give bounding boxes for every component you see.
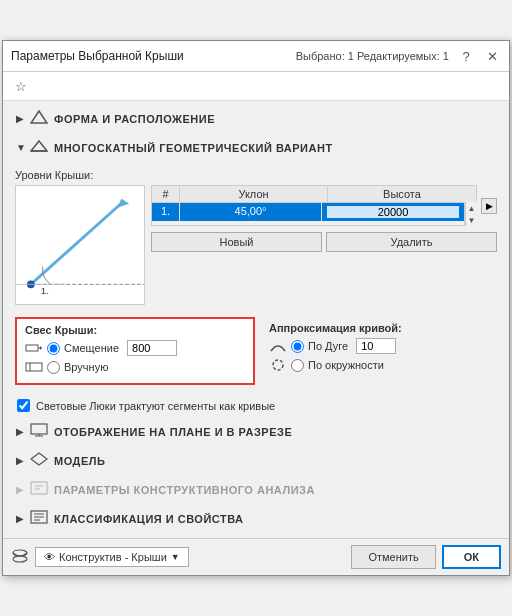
svg-marker-18 — [31, 453, 47, 465]
circle-icon — [269, 358, 287, 372]
circle-row: По окружности — [269, 358, 489, 372]
cell-height — [322, 203, 464, 221]
section-model-label: МОДЕЛЬ — [54, 455, 105, 467]
approximation-box: Аппроксимация кривой: По Дуге По — [261, 317, 497, 385]
table-buttons: Новый Удалить — [151, 232, 497, 252]
circle-label: По окружности — [308, 359, 384, 371]
window-title: Параметры Выбранной Крыши — [11, 49, 184, 63]
offset-radio[interactable] — [47, 342, 60, 355]
svg-rect-15 — [31, 424, 47, 434]
scroll-bar: ▲ ▼ — [465, 202, 477, 226]
section-classification[interactable]: ▶ КЛАССИФИКАЦИЯ И СВОЙСТВА — [9, 505, 503, 532]
offset-value-input[interactable] — [127, 340, 177, 356]
height-input[interactable] — [326, 205, 460, 219]
classification-icon — [30, 510, 48, 527]
offset-label: Смещение — [64, 342, 119, 354]
table-header: # Уклон Высота — [151, 185, 477, 202]
ok-button[interactable]: ОК — [442, 545, 501, 569]
section-display[interactable]: ▶ ОТОБРАЖЕНИЕ НА ПЛАНЕ И В РАЗРЕЗЕ — [9, 418, 503, 445]
section-multislope-label: МНОГОСКАТНЫЙ ГЕОМЕТРИЧЕСКИЙ ВАРИАНТ — [54, 142, 333, 154]
arc-value-input[interactable] — [356, 338, 396, 354]
offset-row: Смещение — [25, 340, 245, 356]
toolbar: ☆ — [3, 72, 509, 101]
title-bar: Параметры Выбранной Крыши Выбрано: 1 Ред… — [3, 41, 509, 72]
display-arrow-icon: ▶ — [16, 426, 26, 437]
roof-levels-inner: 1. # Уклон Высота — [15, 185, 497, 305]
new-button[interactable]: Новый — [151, 232, 322, 252]
circle-radio[interactable] — [291, 359, 304, 372]
section-shape-label: ФОРМА И РАСПОЛОЖЕНИЕ — [54, 113, 215, 125]
table-row[interactable]: 1. — [152, 203, 464, 222]
checkbox-row: Световые Люки трактуют сегменты как крив… — [9, 395, 503, 416]
skylight-checkbox[interactable] — [17, 399, 30, 412]
title-bar-right: Выбрано: 1 Редактируемых: 1 ? ✕ — [296, 47, 501, 65]
section-multislope[interactable]: ▼ МНОГОСКАТНЫЙ ГЕОМЕТРИЧЕСКИЙ ВАРИАНТ — [9, 134, 503, 161]
display-icon — [30, 423, 48, 440]
overhang-title: Свес Крыши: — [25, 324, 245, 336]
svg-marker-6 — [117, 199, 129, 208]
delete-button[interactable]: Удалить — [326, 232, 497, 252]
cell-slope — [180, 203, 322, 221]
roof-levels-area: Уровни Крыши: 1. — [9, 163, 503, 311]
bottom-left: 👁 Конструктив - Крыши ▼ — [11, 547, 189, 567]
analysis-icon — [30, 481, 48, 498]
section-analysis: ▶ ПАРАМЕТРЫ КОНСТРУКТИВНОГО АНАЛИЗА — [9, 476, 503, 503]
skylight-label: Световые Люки трактуют сегменты как крив… — [36, 400, 275, 412]
col-num: # — [152, 186, 180, 202]
scroll-down-btn[interactable]: ▼ — [466, 214, 478, 226]
section-display-label: ОТОБРАЖЕНИЕ НА ПЛАНЕ И В РАЗРЕЗЕ — [54, 426, 292, 438]
title-bar-left: Параметры Выбранной Крыши — [11, 49, 184, 63]
svg-marker-1 — [31, 141, 47, 151]
manual-icon — [25, 360, 43, 374]
cell-num: 1. — [152, 203, 180, 221]
multislope-arrow-icon: ▼ — [16, 142, 26, 153]
layer-button[interactable]: 👁 Конструктив - Крыши ▼ — [35, 547, 189, 567]
classification-arrow-icon: ▶ — [16, 513, 26, 524]
star-icon[interactable]: ☆ — [11, 76, 31, 96]
eye-icon: 👁 — [44, 551, 55, 563]
svg-text:1.: 1. — [41, 285, 49, 296]
bottom-bar: 👁 Конструктив - Крыши ▼ Отменить ОК — [3, 538, 509, 575]
section-shape[interactable]: ▶ ФОРМА И РАСПОЛОЖЕНИЕ — [9, 105, 503, 132]
layer-arrow-icon: ▼ — [171, 552, 180, 562]
diagram-area: 1. — [15, 185, 145, 305]
main-window: Параметры Выбранной Крыши Выбрано: 1 Ред… — [2, 40, 510, 576]
svg-marker-0 — [31, 111, 47, 123]
manual-label: Вручную — [64, 361, 108, 373]
shape-icon — [30, 110, 48, 127]
slope-input[interactable] — [184, 205, 317, 217]
cancel-button[interactable]: Отменить — [351, 545, 435, 569]
diagram-svg: 1. — [16, 186, 144, 304]
multislope-icon — [30, 139, 48, 156]
content-area: ▶ ФОРМА И РАСПОЛОЖЕНИЕ ▼ МНОГОСКАТНЫЙ ГЕ… — [3, 101, 509, 538]
layer-icon — [11, 549, 29, 566]
manual-row: Вручную — [25, 360, 245, 374]
model-icon — [30, 452, 48, 469]
arc-icon — [269, 339, 287, 353]
roof-levels-label: Уровни Крыши: — [15, 169, 497, 181]
svg-marker-11 — [40, 346, 42, 350]
arc-radio[interactable] — [291, 340, 304, 353]
offset-icon — [25, 341, 43, 355]
overhang-section: Свес Крыши: Смещение — [9, 311, 503, 391]
section-analysis-label: ПАРАМЕТРЫ КОНСТРУКТИВНОГО АНАЛИЗА — [54, 484, 315, 496]
layer-label: Конструктив - Крыши — [59, 551, 167, 563]
approx-title: Аппроксимация кривой: — [269, 322, 489, 334]
table-body: 1. — [151, 202, 465, 226]
svg-rect-9 — [26, 345, 38, 351]
help-button[interactable]: ? — [457, 47, 475, 65]
manual-radio[interactable] — [47, 361, 60, 374]
svg-rect-19 — [31, 482, 47, 494]
bottom-right: Отменить ОК — [351, 545, 501, 569]
section-classification-label: КЛАССИФИКАЦИЯ И СВОЙСТВА — [54, 513, 244, 525]
svg-rect-12 — [26, 363, 42, 371]
col-slope: Уклон — [180, 186, 328, 202]
nav-right-btn[interactable]: ▶ — [481, 198, 497, 214]
svg-point-14 — [273, 360, 283, 370]
arc-label: По Дуге — [308, 340, 348, 352]
close-button[interactable]: ✕ — [483, 47, 501, 65]
scroll-up-btn[interactable]: ▲ — [466, 202, 478, 214]
section-model[interactable]: ▶ МОДЕЛЬ — [9, 447, 503, 474]
arc-row: По Дуге — [269, 338, 489, 354]
col-height: Высота — [328, 186, 476, 202]
